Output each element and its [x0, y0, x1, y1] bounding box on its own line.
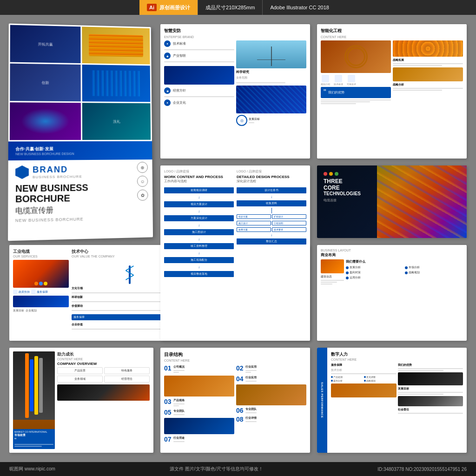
ai-section: Ai 原创画册设计 [139, 0, 198, 15]
catalog-title: 目录结构 [164, 351, 306, 358]
industrial-title: 工业电缆 [13, 249, 69, 255]
traffic-lights [324, 172, 460, 176]
fb-1: 前期项目调研 [164, 187, 234, 193]
top-bar: Ai 原创画册设计 成品尺寸210X285mm Adobe Illustrato… [0, 0, 476, 15]
divider-r1 [236, 82, 285, 83]
size-section: 成品尺寸210X285mm [198, 0, 263, 15]
industry-icon: ◆ [164, 53, 171, 59]
divider-1 [164, 49, 234, 50]
cover-icon-person: ☺ [137, 176, 148, 187]
bl-line1 [321, 280, 344, 281]
cat-item-06: 06 专业团队 [236, 407, 306, 414]
dev-goal: 发展目标 [398, 387, 463, 391]
grow-inner: MARKET CO INTERNATIONAL 市场前景 " 助力成长 CONT… [13, 351, 150, 450]
ind-items-2: 发展目标 企业规划 [13, 309, 69, 313]
cat-item-02: 02 行业应用 [236, 365, 306, 374]
bl-grid: 建筑信息 我们需要什么 发展分析 市场分析 [321, 259, 463, 285]
source-text: 源文件 图片/文字/颜色/尺寸等信息均可修改！ [170, 466, 263, 472]
eng-line-2 [321, 101, 370, 102]
gi-4: 经营理念 [104, 376, 150, 383]
ci-line-08 [245, 421, 257, 422]
s-line-1 [393, 63, 463, 64]
tech-img [236, 86, 306, 113]
tech-label: 技术标准 [173, 41, 186, 46]
cat-item-05: 05 专业团队 [164, 409, 234, 416]
cat-item-04: 04 行业应用 [236, 376, 306, 383]
cat-item-03: 03 产品规格 [164, 398, 234, 407]
company-overview: COMPANY OVERVIEW [57, 362, 150, 366]
cable-roll-img [321, 40, 391, 73]
cat-img-cable [236, 384, 306, 405]
culture-label: 企业文化 [173, 100, 186, 105]
cover-img-1: 开拓共赢 [10, 25, 80, 63]
grow-left-col: MARKET CO INTERNATIONAL 市场前景 " [13, 351, 55, 450]
gi-2: 特色服务 [104, 367, 150, 374]
dfbo-5: 效果方案 [237, 227, 271, 232]
catalog-panel: 目录结构 CONTENT HERE 01 公司概况 03 产品规格 [160, 348, 310, 453]
red-dot [324, 172, 327, 176]
fb-3: 方案深化设计 [164, 215, 234, 221]
security-item-3: ◉ 经营方针 [164, 87, 234, 94]
dsi-3: 盈利分析 [331, 379, 363, 382]
grow-subtitle: CONTENT HERE [57, 357, 150, 361]
cover-icons: ⊕ ☺ ✿ [137, 162, 148, 201]
cat-num-06: 06 [236, 407, 244, 414]
cat-img-blue [164, 418, 234, 434]
fb-2: 项目方案设计 [164, 201, 234, 207]
dna-icon [120, 265, 139, 284]
cable-end-img [57, 384, 150, 401]
bli-2: 市场分析 [405, 265, 463, 270]
digital-right: 我们的优势 发展目标 社会责任 [398, 363, 463, 415]
flow-split: 初步方案 扩初设计 施工设计 工程说明 效果方案 技术要求 [237, 214, 306, 232]
bottom-bar: 昵图网 www.nipic.com 源文件 图片/文字/颜色/尺寸等信息均可修改… [0, 462, 476, 476]
flow-subtitle2: 深化设计流程 [237, 179, 306, 184]
bli-1: 发展分析 [346, 265, 404, 270]
cat-num-03: 03 [164, 398, 172, 405]
bl-img-1 [321, 259, 344, 273]
research-title: 科学研究 [236, 70, 306, 74]
dfb-end: 整合汇总 [237, 238, 306, 245]
size-label: 成品尺寸210X285mm [205, 4, 255, 11]
cover-img-5 [10, 102, 81, 140]
smart-security-subtitle: ENTERPSE BRAND [164, 35, 306, 39]
three-core-content: THREE CORE TECHNOLOGIES 电缆连接 [317, 165, 467, 209]
dr-5 [398, 413, 463, 414]
security-item-2: ◆ 产业智联 [164, 53, 234, 59]
biz-icon: ◉ [164, 87, 171, 94]
dr-1 [398, 368, 463, 369]
digital-title: 数字人力 [331, 351, 463, 357]
cover-icon-settings: ✿ [137, 190, 148, 201]
grow-cables-img [13, 351, 55, 420]
flow-right: LOGO / 品牌提报 DETAILED DESIGN PROCESS 深化设计… [237, 169, 306, 337]
bl-header: BUSINESS LAYOUT [321, 249, 463, 252]
eng-line-3 [321, 103, 356, 104]
ci-line-05 [173, 414, 185, 415]
fa-4: ↓ [164, 237, 234, 241]
analysis-label: 战略分析 [393, 83, 463, 87]
fb-4: 施工图设计 [164, 229, 234, 235]
digital-sales-panel: SALES PERFORMANCE 数字人力 CONTENT HERE 服务保障… [317, 348, 467, 453]
cat-num-04: 04 [236, 376, 244, 382]
cover-text-area: ⊕ ☺ ✿ BRAND BUSINESS BROCHURE NEW BUSINE… [8, 159, 153, 228]
business-layout-panel: BUSINESS LAYOUT 商业布局 建筑信息 我们需要什么 发展分析 [317, 245, 467, 341]
feat-2: 技术标准 [334, 75, 343, 86]
smart-security-title: 智慧安防 [164, 28, 306, 34]
biz-label: 经营方针 [173, 88, 186, 93]
digital-content-grid: 服务保障 技术分析 产品延期 意见调整 [331, 363, 463, 415]
flow-left: LOGO / 品牌提报 WORK CONTENT AND PROCESS 工作内… [164, 169, 234, 337]
software-section: Adobe Illustrator CC 2018 [263, 0, 337, 15]
dfa-0: ↓ [237, 195, 306, 199]
digital-img-dark [398, 372, 463, 385]
cover-title-cn: 电缆宣传册 [15, 204, 146, 217]
social-resp: 社会责任 [398, 408, 463, 412]
gl-2 [14, 446, 42, 447]
grow-panel: MARKET CO INTERNATIONAL 市场前景 " 助力成长 CONT… [9, 348, 153, 453]
divider-2 [164, 61, 234, 62]
smart-security-panel: 智慧安防 ENTERPSE BRAND ● 技术标准 ◆ 产业智联 [160, 24, 310, 159]
quote-icon: " [324, 89, 326, 96]
cover-icon-search: ⊕ [137, 162, 148, 173]
bl-section2: 我们需要什么 [346, 259, 463, 264]
feat-3: 可靠技术 [347, 75, 356, 86]
s-line-2 [393, 65, 442, 66]
gl-1 [14, 444, 53, 445]
